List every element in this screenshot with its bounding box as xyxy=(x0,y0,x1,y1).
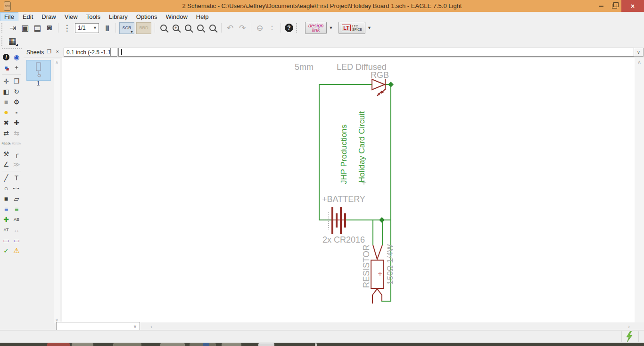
menu-view[interactable]: View xyxy=(60,12,82,21)
tool-erc[interactable]: ✓ xyxy=(1,245,11,256)
resistor-symbol[interactable] xyxy=(371,245,384,304)
brd-board-button[interactable]: BRD xyxy=(136,22,151,34)
grid-button[interactable]: ▦ ◢ xyxy=(7,36,18,46)
tool-pinswap[interactable]: ⇄ xyxy=(1,128,11,138)
led-size-label[interactable]: 5mm xyxy=(295,62,314,72)
led-type-label2[interactable]: RGB xyxy=(371,70,389,80)
open-button[interactable]: ⇥ xyxy=(7,22,18,34)
save-button[interactable]: ▣ xyxy=(19,22,31,34)
taskbar-button-fragment[interactable] xyxy=(258,343,274,346)
tool-name[interactable]: R2/10k xyxy=(1,138,11,149)
tool-display-layers[interactable]: ■ xyxy=(1,62,11,73)
menu-draw[interactable]: Draw xyxy=(37,12,60,21)
toolbar-handle-2[interactable] xyxy=(296,23,299,33)
taskbar-button-fragment[interactable] xyxy=(72,343,93,346)
tool-attribute[interactable]: AT xyxy=(1,225,11,235)
export-image-button[interactable]: ◙ xyxy=(44,22,55,34)
tool-dimension[interactable]: ↔ xyxy=(11,225,22,235)
designlink-button[interactable]: design link xyxy=(305,22,327,34)
brand-line1[interactable]: JHP Productions xyxy=(339,125,348,184)
grid-toolbar-handle[interactable] xyxy=(1,36,4,46)
resistor-labels[interactable]: RESISTOR 150Ω 1/4W xyxy=(362,245,395,288)
tool-cut[interactable]: ● xyxy=(1,107,11,118)
go-button[interactable]: ∶ xyxy=(266,22,278,34)
led-symbol[interactable] xyxy=(372,79,386,96)
print-button[interactable]: ▤ xyxy=(32,22,43,34)
sheets-close-button[interactable]: × xyxy=(56,49,59,54)
tool-copy[interactable]: ❐ xyxy=(11,76,22,86)
tool-smash[interactable]: ⚒ xyxy=(1,149,11,159)
use-library-button[interactable]: ⋮ xyxy=(61,22,73,34)
taskbar-button-fragment[interactable] xyxy=(203,343,209,346)
consistency-bolt-icon[interactable] xyxy=(625,331,634,342)
tool-value[interactable]: R2/10k xyxy=(11,138,22,149)
menu-file[interactable]: File xyxy=(0,12,18,21)
minimize-button[interactable] xyxy=(594,0,608,12)
menu-library[interactable]: Library xyxy=(105,12,132,21)
command-input[interactable] xyxy=(118,48,634,57)
restore-button[interactable] xyxy=(608,0,621,12)
vertical-scrollbar[interactable]: ∧ xyxy=(635,58,644,322)
taskbar-button-fragment[interactable] xyxy=(113,343,141,346)
junction-dots[interactable] xyxy=(379,82,394,223)
tool-rect[interactable]: ■ xyxy=(1,194,11,204)
sheets-float-button[interactable]: ❐ xyxy=(47,49,51,55)
zoom-select-button[interactable]: · xyxy=(195,22,206,34)
tool-add[interactable]: ✚ xyxy=(11,118,22,128)
scroll-up-icon[interactable]: ∧ xyxy=(635,59,644,65)
menu-options[interactable]: Options xyxy=(132,12,162,21)
tool-wire[interactable]: ╱ xyxy=(1,173,11,183)
toolbar-handle[interactable] xyxy=(1,23,4,33)
zoom-fit-button[interactable] xyxy=(158,22,169,34)
resistor-value-label[interactable]: 150Ω 1/4W xyxy=(386,245,395,285)
menu-edit[interactable]: Edit xyxy=(18,12,37,21)
zoom-in-button[interactable]: + xyxy=(170,22,182,34)
tool-gateswap[interactable]: ⇆ xyxy=(11,128,22,138)
designlink-dropdown-icon[interactable]: ▼ xyxy=(329,25,333,30)
close-button[interactable]: × xyxy=(621,0,644,12)
tool-junction[interactable]: ✚ xyxy=(1,214,11,225)
tool-delete[interactable]: ✖ xyxy=(1,118,11,128)
ltcspice-button[interactable]: LT LTC SPICE xyxy=(339,22,365,34)
menu-tools[interactable]: Tools xyxy=(82,12,105,21)
tool-label[interactable]: AB xyxy=(11,214,22,225)
menu-help[interactable]: Help xyxy=(192,12,213,21)
command-history-dropdown[interactable]: ∨ xyxy=(634,48,644,57)
scroll-left-icon[interactable]: ‹ xyxy=(150,323,152,330)
horizontal-scrollbar[interactable]: ∨ ‹ › xyxy=(62,322,635,330)
tool-info[interactable]: i xyxy=(1,52,11,62)
scroll-up-icon[interactable]: ∧ xyxy=(54,60,60,65)
tool-text[interactable]: T xyxy=(11,173,22,183)
tool-paste[interactable]: ▪ xyxy=(11,107,22,118)
net-wires[interactable] xyxy=(319,84,391,301)
layer-settings-button[interactable]: ||| xyxy=(101,22,113,34)
resistor-name-label[interactable]: RESISTOR xyxy=(362,245,371,288)
tool-group[interactable]: ■ xyxy=(1,97,11,107)
sheet-thumbnail-1[interactable] xyxy=(26,60,51,81)
tool-show[interactable]: ◉ xyxy=(11,52,22,62)
redo-button[interactable]: ↷ xyxy=(237,22,248,34)
tool-mark[interactable]: + xyxy=(11,62,22,73)
tool-arc[interactable]: ( xyxy=(11,183,22,194)
scroll-right-icon[interactable]: › xyxy=(628,323,630,330)
tool-split[interactable]: ∠ xyxy=(1,159,11,169)
zoom-redraw-button[interactable] xyxy=(207,22,218,34)
battery-value-label[interactable]: 2x CR2016 xyxy=(322,235,365,245)
tool-rotate[interactable]: ↻ xyxy=(11,86,22,97)
battery-symbol[interactable] xyxy=(332,207,346,234)
zoom-out-button[interactable]: − xyxy=(182,22,194,34)
brand-labels[interactable]: JHP Productions Holiday Card Circuit xyxy=(339,111,366,184)
tool-net[interactable]: ≡ xyxy=(11,204,22,214)
sheet-selector[interactable]: 1/1 ▼ xyxy=(75,23,99,33)
tool-frame2[interactable]: ▭ xyxy=(11,235,22,245)
tool-errors[interactable]: ⚠ xyxy=(11,245,22,256)
taskbar-button-fragment[interactable] xyxy=(160,343,185,346)
tool-bus[interactable]: ≡ xyxy=(1,204,11,214)
sheets-scrollbar[interactable]: ∧ ∨ xyxy=(54,59,60,323)
brand-line2[interactable]: Holiday Card Circuit xyxy=(357,111,366,183)
taskbar-button-fragment[interactable] xyxy=(47,343,70,346)
tool-move[interactable]: ✛ xyxy=(1,76,11,86)
tool-miter[interactable]: ╭ xyxy=(11,149,22,159)
help-button[interactable]: ? xyxy=(285,24,293,32)
tool-change[interactable]: ⚙ xyxy=(11,97,22,107)
